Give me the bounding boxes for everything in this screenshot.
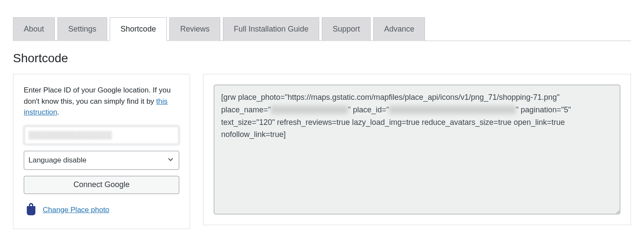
change-place-photo-link[interactable]: Change Place photo (43, 206, 109, 214)
connect-google-button[interactable]: Connect Google (24, 176, 179, 194)
shortcode-text-mid: " place_id=" (348, 105, 389, 114)
tab-settings[interactable]: Settings (57, 17, 107, 41)
shortcode-panel: [grw place_photo="https://maps.gstatic.c… (203, 74, 631, 225)
intro-part2: . (57, 108, 59, 116)
shortcode-output[interactable]: [grw place_photo="https://maps.gstatic.c… (214, 85, 620, 214)
page-title: Shortcode (13, 51, 631, 65)
tabs: About Settings Shortcode Reviews Full In… (13, 17, 631, 41)
tab-full-installation-guide[interactable]: Full Installation Guide (223, 17, 319, 41)
shopping-bag-icon (24, 202, 38, 218)
tab-about[interactable]: About (13, 17, 55, 41)
settings-panel: Enter Place ID of your Google location. … (13, 74, 190, 229)
intro-text: Enter Place ID of your Google location. … (24, 85, 179, 118)
tab-shortcode[interactable]: Shortcode (110, 17, 167, 41)
language-select[interactable]: Language disable (24, 151, 179, 170)
tab-support[interactable]: Support (322, 17, 371, 41)
place-name-redacted: ██████████████ (271, 105, 348, 114)
tab-advance[interactable]: Advance (373, 17, 425, 41)
place-id-redacted: ███████████████████████ (389, 105, 516, 114)
tab-reviews[interactable]: Reviews (169, 17, 220, 41)
intro-part1: Enter Place ID of your Google location. … (24, 86, 171, 105)
place-id-input[interactable] (24, 126, 179, 145)
